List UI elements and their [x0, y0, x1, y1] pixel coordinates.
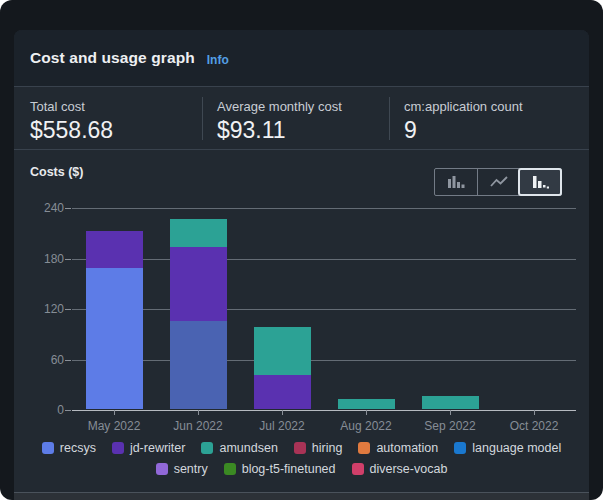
y-axis-tick: [65, 208, 71, 209]
line-chart-icon: [490, 175, 508, 189]
legend-item-sentry[interactable]: sentry: [156, 462, 208, 476]
x-axis-label: May 2022: [72, 419, 156, 433]
stat-application-count: cm:application count 9: [389, 97, 589, 140]
y-axis-label: 240: [24, 201, 64, 215]
stat-value: $558.68: [30, 117, 202, 144]
x-axis-label: Aug 2022: [324, 419, 408, 433]
legend-label: automation: [376, 441, 438, 455]
bar-segment-amundsen[interactable]: [254, 327, 311, 374]
bar-aug-2022: [338, 399, 395, 409]
bar-segment-amundsen[interactable]: [422, 396, 479, 409]
chart-section: Costs ($): [14, 153, 589, 492]
legend-swatch: [156, 463, 168, 475]
y-axis-tick: [65, 360, 71, 361]
legend-swatch: [454, 442, 466, 454]
legend-label: blog-t5-finetuned: [242, 462, 336, 476]
gridline: [72, 259, 576, 260]
x-axis-tick: [282, 410, 283, 415]
bar-segment-jd-rewriter[interactable]: [170, 247, 227, 320]
stat-value: $93.11: [217, 117, 389, 144]
legend-item-diverse-vocab[interactable]: diverse-vocab: [352, 462, 448, 476]
bar-chart-icon: [447, 175, 465, 189]
stat-value: 9: [404, 117, 589, 144]
chart-y-axis-title: Costs ($): [30, 165, 83, 179]
legend-label: amundsen: [219, 441, 277, 455]
next-section-edge: [14, 492, 589, 500]
chart-legend: recsysjd-rewriteramundsenhiringautomatio…: [14, 441, 589, 476]
plot-area: May 2022Jun 2022Jul 2022Aug 2022Sep 2022…: [72, 208, 576, 410]
gridline: [72, 360, 576, 361]
x-axis-baseline: [72, 410, 576, 411]
stat-label: cm:application count: [404, 99, 589, 114]
y-axis-label: 180: [24, 252, 64, 266]
legend-swatch: [42, 442, 54, 454]
bar-segment-recsys[interactable]: [86, 268, 143, 409]
legend-swatch: [201, 442, 213, 454]
legend-swatch: [358, 442, 370, 454]
legend-label: language model: [472, 441, 561, 455]
card-header: Cost and usage graph Info: [14, 30, 589, 87]
bar-chart-view-button[interactable]: [435, 169, 477, 195]
x-axis-tick: [366, 410, 367, 415]
stat-total-cost: Total cost $558.68: [14, 97, 202, 140]
cost-explorer-screen: Cost and usage graph Info Total cost $55…: [0, 0, 603, 500]
y-axis-tick: [65, 410, 71, 411]
x-axis-tick: [450, 410, 451, 415]
legend-item-jd-rewriter[interactable]: jd-rewriter: [112, 441, 186, 455]
gridline: [72, 208, 576, 209]
x-axis-label: Oct 2022: [492, 419, 576, 433]
x-axis-tick: [114, 410, 115, 415]
card-title: Cost and usage graph: [30, 49, 195, 67]
y-axis-tick: [65, 259, 71, 260]
stat-label: Total cost: [30, 99, 202, 114]
y-axis-label: 0: [24, 403, 64, 417]
stacked-bar-chart-icon: [532, 175, 550, 189]
legend-item-automation[interactable]: automation: [358, 441, 438, 455]
bar-sep-2022: [422, 396, 479, 409]
bar-segment-amundsen[interactable]: [170, 219, 227, 248]
chart-type-toggle: [434, 168, 562, 196]
y-axis-label: 60: [24, 353, 64, 367]
stat-average-monthly-cost: Average monthly cost $93.11: [202, 97, 389, 140]
legend-label: recsys: [60, 441, 96, 455]
y-axis-tick: [65, 309, 71, 310]
bar-segment-jd-rewriter[interactable]: [86, 231, 143, 268]
legend-swatch: [294, 442, 306, 454]
x-axis-label: Jun 2022: [156, 419, 240, 433]
legend-item-recsys[interactable]: recsys: [42, 441, 96, 455]
x-axis-tick: [534, 410, 535, 415]
legend-swatch: [224, 463, 236, 475]
bar-jun-2022: [170, 219, 227, 409]
x-axis-tick: [198, 410, 199, 415]
bar-segment-amundsen[interactable]: [338, 399, 395, 409]
stacked-bar-chart-view-button[interactable]: [519, 169, 561, 195]
cost-and-usage-card: Cost and usage graph Info Total cost $55…: [14, 30, 589, 492]
bar-segment-recsys[interactable]: [170, 321, 227, 409]
stat-label: Average monthly cost: [217, 99, 389, 114]
legend-label: hiring: [312, 441, 343, 455]
info-link[interactable]: Info: [207, 53, 229, 67]
x-axis-label: Sep 2022: [408, 419, 492, 433]
bar-segment-jd-rewriter[interactable]: [254, 375, 311, 410]
legend-label: jd-rewriter: [130, 441, 186, 455]
legend-item-hiring[interactable]: hiring: [294, 441, 343, 455]
bar-jul-2022: [254, 327, 311, 409]
legend-item-amundsen[interactable]: amundsen: [201, 441, 277, 455]
legend-swatch: [112, 442, 124, 454]
stats-row: Total cost $558.68 Average monthly cost …: [14, 87, 589, 150]
legend-label: diverse-vocab: [370, 462, 448, 476]
legend-item-language-model[interactable]: language model: [454, 441, 561, 455]
x-axis-label: Jul 2022: [240, 419, 324, 433]
y-axis-label: 120: [24, 302, 64, 316]
legend-swatch: [352, 463, 364, 475]
legend-item-blog-t5-finetuned[interactable]: blog-t5-finetuned: [224, 462, 336, 476]
line-chart-view-button[interactable]: [477, 169, 519, 195]
bar-may-2022: [86, 231, 143, 409]
gridline: [72, 309, 576, 310]
legend-label: sentry: [174, 462, 208, 476]
